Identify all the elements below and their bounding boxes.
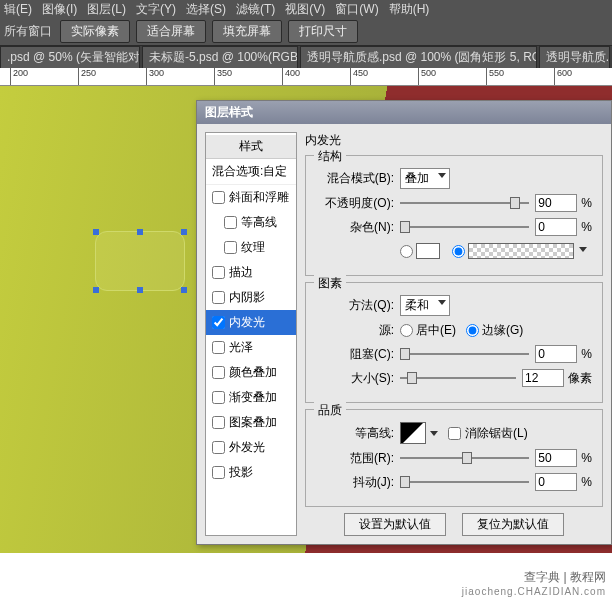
technique-select[interactable]: 柔和 bbox=[400, 295, 450, 316]
doc-tab-4[interactable]: 透明导航质... bbox=[539, 46, 610, 68]
style-drop-shadow[interactable]: 投影 bbox=[206, 460, 296, 485]
group-legend: 图素 bbox=[314, 275, 346, 292]
source-edge-radio[interactable] bbox=[466, 324, 479, 337]
gradient-picker[interactable] bbox=[468, 243, 574, 259]
style-checkbox[interactable] bbox=[212, 316, 225, 329]
menu-type[interactable]: 文字(Y) bbox=[136, 1, 176, 18]
jitter-label: 抖动(J): bbox=[316, 474, 394, 491]
style-checkbox[interactable] bbox=[212, 466, 225, 479]
options-toolbar: 所有窗口 实际像素 适合屏幕 填充屏幕 打印尺寸 bbox=[0, 18, 612, 46]
chevron-down-icon bbox=[438, 300, 446, 305]
jitter-input[interactable] bbox=[535, 473, 577, 491]
chevron-down-icon bbox=[579, 247, 587, 252]
contour-picker[interactable] bbox=[400, 422, 426, 444]
unit-label: % bbox=[581, 347, 592, 361]
menu-view[interactable]: 视图(V) bbox=[285, 1, 325, 18]
color-swatch[interactable] bbox=[416, 243, 440, 259]
chevron-down-icon bbox=[430, 431, 438, 436]
section-title: 内发光 bbox=[305, 132, 603, 149]
blending-options-item[interactable]: 混合选项:自定 bbox=[206, 159, 296, 185]
print-size-button[interactable]: 打印尺寸 bbox=[288, 20, 358, 43]
source-center-label: 居中(E) bbox=[416, 322, 456, 339]
resize-handle[interactable] bbox=[137, 229, 143, 235]
document-tabs: .psd @ 50% (矢量智能对...× 未标题-5.psd @ 100%(R… bbox=[0, 46, 612, 68]
style-texture[interactable]: 纹理 bbox=[206, 235, 296, 260]
group-legend: 品质 bbox=[314, 402, 346, 419]
style-checkbox[interactable] bbox=[212, 391, 225, 404]
range-input[interactable] bbox=[535, 449, 577, 467]
blend-mode-label: 混合模式(B): bbox=[316, 170, 394, 187]
noise-slider[interactable] bbox=[400, 220, 529, 234]
style-contour[interactable]: 等高线 bbox=[206, 210, 296, 235]
watermark-sub: jiaocheng.CHAZIDIAN.com bbox=[462, 586, 606, 597]
color-radio-gradient[interactable] bbox=[452, 245, 465, 258]
technique-label: 方法(Q): bbox=[316, 297, 394, 314]
source-edge-label: 边缘(G) bbox=[482, 322, 523, 339]
reset-default-button[interactable]: 复位为默认值 bbox=[462, 513, 564, 536]
style-pattern-overlay[interactable]: 图案叠加 bbox=[206, 410, 296, 435]
antialias-label: 消除锯齿(L) bbox=[465, 425, 528, 442]
resize-handle[interactable] bbox=[137, 287, 143, 293]
style-inner-shadow[interactable]: 内阴影 bbox=[206, 285, 296, 310]
selected-shape[interactable] bbox=[95, 231, 185, 291]
style-outer-glow[interactable]: 外发光 bbox=[206, 435, 296, 460]
style-checkbox[interactable] bbox=[224, 216, 237, 229]
resize-handle[interactable] bbox=[93, 229, 99, 235]
style-checkbox[interactable] bbox=[224, 241, 237, 254]
range-slider[interactable] bbox=[400, 451, 529, 465]
noise-label: 杂色(N): bbox=[316, 219, 394, 236]
quality-group: 品质 等高线: 消除锯齿(L) 范围(R): % 抖动(J): bbox=[305, 409, 603, 507]
doc-tab-3[interactable]: 透明导航质感.psd @ 100% (圆角矩形 5, RGB/8)*× bbox=[300, 46, 537, 68]
group-legend: 结构 bbox=[314, 148, 346, 165]
style-bevel[interactable]: 斜面和浮雕 bbox=[206, 185, 296, 210]
style-inner-glow[interactable]: 内发光 bbox=[206, 310, 296, 335]
unit-label: 像素 bbox=[568, 370, 592, 387]
color-radio-solid[interactable] bbox=[400, 245, 413, 258]
size-label: 大小(S): bbox=[316, 370, 394, 387]
menu-window[interactable]: 窗口(W) bbox=[335, 1, 378, 18]
source-label: 源: bbox=[316, 322, 394, 339]
resize-handle[interactable] bbox=[181, 287, 187, 293]
fit-screen-button[interactable]: 适合屏幕 bbox=[136, 20, 206, 43]
jitter-slider[interactable] bbox=[400, 475, 529, 489]
opacity-slider[interactable] bbox=[400, 196, 529, 210]
doc-tab-1[interactable]: .psd @ 50% (矢量智能对...× bbox=[0, 46, 140, 68]
opacity-label: 不透明度(O): bbox=[316, 195, 394, 212]
choke-slider[interactable] bbox=[400, 347, 529, 361]
dialog-title: 图层样式 bbox=[197, 101, 611, 124]
menu-help[interactable]: 帮助(H) bbox=[389, 1, 430, 18]
resize-handle[interactable] bbox=[93, 287, 99, 293]
style-checkbox[interactable] bbox=[212, 291, 225, 304]
menu-select[interactable]: 选择(S) bbox=[186, 1, 226, 18]
unit-label: % bbox=[581, 196, 592, 210]
source-center-radio[interactable] bbox=[400, 324, 413, 337]
menu-layer[interactable]: 图层(L) bbox=[87, 1, 126, 18]
choke-input[interactable] bbox=[535, 345, 577, 363]
style-satin[interactable]: 光泽 bbox=[206, 335, 296, 360]
size-slider[interactable] bbox=[400, 371, 516, 385]
menu-edit[interactable]: 辑(E) bbox=[4, 1, 32, 18]
contour-label: 等高线: bbox=[316, 425, 394, 442]
resize-handle[interactable] bbox=[181, 229, 187, 235]
unit-label: % bbox=[581, 475, 592, 489]
style-checkbox[interactable] bbox=[212, 416, 225, 429]
style-stroke[interactable]: 描边 bbox=[206, 260, 296, 285]
style-checkbox[interactable] bbox=[212, 266, 225, 279]
menu-filter[interactable]: 滤镜(T) bbox=[236, 1, 275, 18]
doc-tab-2[interactable]: 未标题-5.psd @ 100%(RGB/...× bbox=[142, 46, 298, 68]
size-input[interactable] bbox=[522, 369, 564, 387]
antialias-checkbox[interactable] bbox=[448, 427, 461, 440]
menu-image[interactable]: 图像(I) bbox=[42, 1, 77, 18]
actual-pixels-button[interactable]: 实际像素 bbox=[60, 20, 130, 43]
opacity-input[interactable] bbox=[535, 194, 577, 212]
set-default-button[interactable]: 设置为默认值 bbox=[344, 513, 446, 536]
blend-mode-select[interactable]: 叠加 bbox=[400, 168, 450, 189]
style-checkbox[interactable] bbox=[212, 191, 225, 204]
style-checkbox[interactable] bbox=[212, 341, 225, 354]
style-checkbox[interactable] bbox=[212, 366, 225, 379]
noise-input[interactable] bbox=[535, 218, 577, 236]
style-checkbox[interactable] bbox=[212, 441, 225, 454]
style-gradient-overlay[interactable]: 渐变叠加 bbox=[206, 385, 296, 410]
fill-screen-button[interactable]: 填充屏幕 bbox=[212, 20, 282, 43]
style-color-overlay[interactable]: 颜色叠加 bbox=[206, 360, 296, 385]
